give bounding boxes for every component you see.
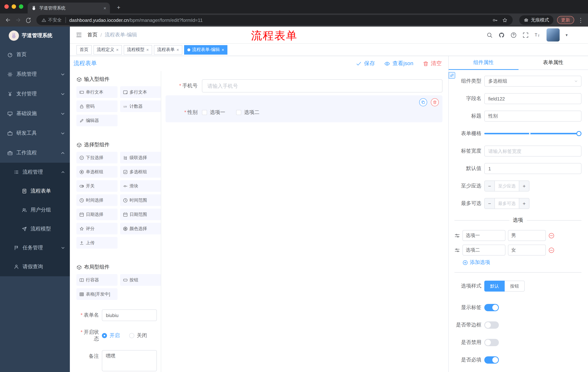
palette-item-slider[interactable]: 滑块 bbox=[120, 180, 161, 192]
stepper-plus-button[interactable]: + bbox=[519, 198, 529, 209]
drag-handle-icon[interactable] bbox=[454, 233, 460, 238]
palette-item-date-picker[interactable]: 日期选择 bbox=[76, 209, 117, 220]
required-switch[interactable] bbox=[484, 356, 499, 364]
browser-tab[interactable]: 芋道管理系统 × bbox=[28, 2, 110, 13]
breadcrumb-home[interactable]: 首页 bbox=[87, 32, 97, 38]
radio-closed[interactable]: 关闭 bbox=[129, 332, 147, 339]
field-name-input[interactable] bbox=[484, 93, 581, 104]
security-chip[interactable]: 不安全 bbox=[42, 17, 62, 23]
remove-option-icon[interactable] bbox=[548, 233, 555, 239]
option-value-input[interactable] bbox=[508, 244, 546, 255]
sidebar-item-home[interactable]: 首页 bbox=[0, 45, 70, 64]
sidebar-item-process-form[interactable]: 流程表单 bbox=[0, 182, 70, 201]
max-select-input[interactable] bbox=[495, 198, 519, 209]
font-size-icon[interactable]: TT bbox=[535, 32, 541, 38]
tag-close-icon[interactable]: × bbox=[177, 47, 179, 52]
form-remark-textarea[interactable]: 嘿嘿 bbox=[102, 350, 157, 371]
default-value-input[interactable] bbox=[484, 163, 581, 174]
clear-button[interactable]: 清空 bbox=[423, 60, 442, 67]
palette-item-switch[interactable]: 开关 bbox=[76, 180, 117, 192]
sidebar-item-user-group[interactable]: 用户分组 bbox=[0, 201, 70, 220]
avatar-caret-icon[interactable]: ▾ bbox=[566, 32, 568, 37]
help-icon[interactable] bbox=[511, 32, 517, 38]
github-icon[interactable] bbox=[499, 32, 505, 38]
disabled-switch[interactable] bbox=[484, 339, 499, 346]
min-select-input[interactable] bbox=[495, 181, 519, 191]
back-icon[interactable] bbox=[3, 15, 13, 25]
palette-item-upload[interactable]: 上传 bbox=[76, 237, 117, 249]
copy-field-button[interactable] bbox=[419, 98, 427, 106]
phone-input[interactable] bbox=[202, 79, 442, 93]
palette-item-single-text[interactable]: 单行文本 bbox=[76, 86, 117, 98]
drag-handle-icon[interactable] bbox=[454, 247, 460, 253]
minimize-window-button[interactable] bbox=[12, 4, 16, 9]
field-gender-selected[interactable]: *性别 选项一 选项二 bbox=[166, 95, 442, 122]
checkbox-option-1[interactable]: 选项一 bbox=[202, 109, 225, 116]
palette-item-color-picker[interactable]: 颜色选择 bbox=[120, 223, 161, 234]
tag-close-icon[interactable]: × bbox=[146, 47, 149, 52]
title-input[interactable] bbox=[484, 111, 581, 122]
sidebar-item-task-management[interactable]: 任务管理 bbox=[0, 238, 70, 257]
palette-item-table[interactable]: 表格[开发中] bbox=[76, 288, 117, 300]
palette-item-select[interactable]: 下拉选择 bbox=[76, 152, 117, 163]
stepper-plus-button[interactable]: + bbox=[519, 181, 529, 191]
palette-item-date-range[interactable]: 日期范围 bbox=[120, 209, 161, 220]
sidebar-item-devtools[interactable]: 研发工具 bbox=[0, 123, 70, 143]
palette-item-editor[interactable]: 编辑器 bbox=[76, 115, 117, 126]
tag-process-definition[interactable]: 流程定义 × bbox=[94, 45, 122, 54]
border-switch[interactable] bbox=[484, 321, 499, 329]
sidebar-logo[interactable]: 芋道管理系统 bbox=[0, 27, 70, 45]
close-window-button[interactable] bbox=[4, 4, 9, 9]
palette-item-button[interactable]: 按钮 bbox=[120, 274, 161, 286]
sidebar-item-infrastructure[interactable]: 基础设施 bbox=[0, 104, 70, 123]
fullscreen-icon[interactable] bbox=[523, 32, 529, 38]
sidebar-item-workflow[interactable]: 工作流程 bbox=[0, 143, 70, 163]
tag-process-model[interactable]: 流程模型 × bbox=[124, 45, 152, 54]
delete-field-button[interactable] bbox=[431, 98, 439, 106]
option-label-input[interactable] bbox=[462, 244, 505, 255]
palette-item-password[interactable]: 密码 bbox=[76, 100, 117, 112]
palette-item-rate[interactable]: 评分 bbox=[76, 223, 117, 234]
tag-process-form[interactable]: 流程表单 × bbox=[154, 45, 182, 54]
design-canvas[interactable]: *手机号 *性别 选项一 选项二 bbox=[161, 71, 448, 372]
show-label-switch[interactable] bbox=[484, 304, 499, 311]
tab-form-props[interactable]: 表单属性 bbox=[518, 56, 588, 70]
grid-slider[interactable] bbox=[484, 128, 581, 139]
checkbox-option-2[interactable]: 选项二 bbox=[236, 109, 259, 116]
field-phone[interactable]: *手机号 bbox=[166, 79, 442, 93]
user-avatar[interactable] bbox=[547, 28, 560, 42]
search-icon[interactable] bbox=[487, 32, 493, 38]
palette-item-time-picker[interactable]: 时间选择 bbox=[76, 194, 117, 206]
tag-process-form-edit[interactable]: 流程表单-编辑 × bbox=[184, 45, 227, 54]
sidebar-item-leave-query[interactable]: 请假查询 bbox=[0, 257, 70, 276]
slider-handle[interactable] bbox=[576, 131, 581, 136]
view-json-button[interactable]: 查看json bbox=[384, 60, 413, 67]
style-button-button[interactable]: 按钮 bbox=[505, 281, 525, 292]
option-value-input[interactable] bbox=[508, 230, 546, 241]
bookmark-star-icon[interactable] bbox=[502, 17, 508, 23]
reload-icon[interactable] bbox=[23, 15, 33, 25]
palette-item-counter[interactable]: 123计数器 bbox=[120, 100, 161, 112]
palette-item-multi-text[interactable]: 多行文本 bbox=[120, 86, 161, 98]
tag-home[interactable]: 首页 bbox=[76, 45, 92, 54]
style-default-button[interactable]: 默认 bbox=[484, 281, 505, 292]
browser-menu-icon[interactable]: ⋮ bbox=[578, 17, 584, 23]
forward-icon[interactable] bbox=[13, 15, 23, 25]
save-button[interactable]: 保存 bbox=[356, 60, 375, 67]
palette-item-row-container[interactable]: 行容器 bbox=[76, 274, 117, 286]
link-icon[interactable] bbox=[449, 72, 455, 79]
tag-close-icon[interactable]: × bbox=[221, 47, 224, 52]
tab-close-icon[interactable]: × bbox=[104, 5, 106, 11]
sidebar-item-process-model[interactable]: 流程模型 bbox=[0, 220, 70, 238]
add-option-button[interactable]: 添加选项 bbox=[462, 259, 581, 266]
checkbox-box[interactable] bbox=[202, 110, 207, 115]
stepper-minus-button[interactable]: − bbox=[485, 198, 495, 209]
component-type-select[interactable]: 多选框组 bbox=[484, 76, 581, 87]
sidebar-item-system[interactable]: 系统管理 bbox=[0, 64, 70, 84]
password-key-icon[interactable] bbox=[492, 17, 498, 23]
radio-open[interactable]: 开启 bbox=[102, 332, 120, 339]
zoom-window-button[interactable] bbox=[19, 4, 23, 9]
option-label-input[interactable] bbox=[462, 230, 505, 241]
browser-update-button[interactable]: 更新 bbox=[557, 16, 574, 24]
form-name-input[interactable] bbox=[102, 309, 157, 321]
